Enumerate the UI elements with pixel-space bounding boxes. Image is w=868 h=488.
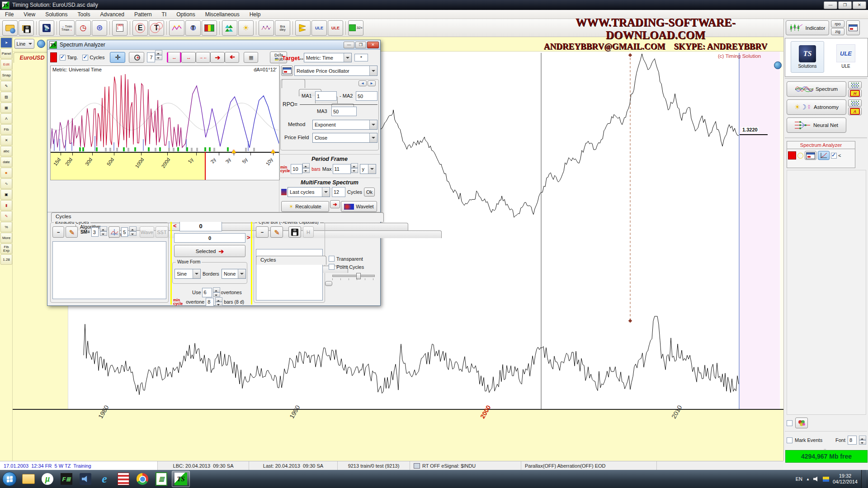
wave-button[interactable]: Wave [140, 226, 154, 238]
dialog-maximize-button[interactable]: ❐ [355, 42, 366, 48]
font-size-spinner[interactable] [859, 436, 866, 445]
time-globe-icon[interactable]: ⊕T [185, 20, 201, 36]
ma1-input[interactable]: 1 [315, 91, 337, 101]
crosshair-button[interactable]: ✛ [110, 52, 125, 63]
indicator-editor-button[interactable] [846, 20, 860, 35]
maximize-button[interactable]: ❐ [838, 1, 852, 9]
left-tool-13[interactable]: ∿ [0, 178, 12, 189]
indicator-combo[interactable]: Relative Price Oscillator [294, 66, 377, 76]
dialog-close-button[interactable]: ✕ [367, 42, 379, 48]
font-size-input[interactable]: 8 [848, 436, 857, 445]
overtones-input[interactable]: 6 [202, 288, 212, 297]
ok-button[interactable]: Ok [364, 188, 375, 197]
price-field-combo[interactable]: Close [312, 133, 377, 143]
min-cycle-input[interactable]: 10 [291, 164, 302, 174]
cycle-slider-track[interactable] [332, 275, 375, 277]
shrink-button[interactable]: →← [196, 52, 210, 63]
left-tool-14[interactable]: ▣ [0, 189, 12, 200]
unit-combo[interactable]: y [360, 164, 376, 174]
tray-network-icon[interactable] [823, 477, 829, 482]
left-tool-2[interactable]: Edit [0, 59, 12, 70]
sm-spinner[interactable] [100, 226, 107, 236]
ule-blue-button[interactable]: ULE [311, 20, 327, 36]
target-color-swatch[interactable] [50, 52, 57, 62]
left-tool-17[interactable]: % [0, 222, 12, 232]
metric-combo[interactable]: Metric: Time [304, 53, 352, 62]
left-tool-8[interactable]: Fib [0, 124, 12, 135]
menu-options[interactable]: Options [171, 11, 200, 18]
panel-chart-button[interactable] [818, 151, 830, 160]
tmin-tmax-button[interactable]: ←TminTmax→ [59, 20, 75, 36]
ma3-input[interactable]: 50 [331, 107, 357, 116]
language-indicator[interactable]: EN [796, 476, 802, 482]
indicator-window-button[interactable] [281, 66, 293, 76]
overtone-input[interactable]: 8 [206, 298, 214, 306]
cyclebox-h-button[interactable]: H [303, 226, 314, 238]
apply-arrow-button[interactable]: ➔ [330, 200, 340, 208]
tray-clock[interactable]: 19:3204/12/2014 [833, 473, 858, 485]
left-tool-18[interactable]: More [0, 233, 12, 243]
wave-points-icon[interactable] [259, 20, 274, 36]
zoom-level-input[interactable]: 7 [147, 52, 155, 62]
menu-pattern[interactable]: Pattern [129, 11, 157, 18]
erase-cycles-button[interactable]: ✎ [66, 226, 77, 238]
zigzag-icon[interactable] [169, 20, 184, 36]
notepad-app-icon[interactable]: ≣ [153, 471, 170, 487]
settings-grid-button[interactable]: ▦ [244, 52, 258, 63]
start-button[interactable] [1, 471, 18, 487]
ule-red-button[interactable]: ULE [328, 20, 343, 36]
flags-icon[interactable] [295, 20, 311, 36]
explorer-icon[interactable] [20, 471, 37, 487]
left-tool-16[interactable]: ✎ [0, 211, 12, 221]
panel-checkbox[interactable] [831, 153, 837, 159]
slider-toggle-pill[interactable] [325, 281, 332, 286]
indicator-button[interactable]: Indicator [786, 20, 829, 35]
floppy-app-icon[interactable] [115, 471, 132, 487]
timing-solution-task[interactable]: TS [172, 471, 190, 487]
rpo-tab-1[interactable] [282, 79, 305, 88]
left-tool-0[interactable]: ➤ [0, 38, 12, 48]
menu-ti[interactable]: TI [157, 11, 172, 18]
point-cycles-checkbox[interactable] [329, 264, 335, 270]
spectrum-chart[interactable]: Metric: Universal Time dA=01°12' 15d20d3… [50, 66, 280, 180]
mountains-icon[interactable] [222, 20, 237, 36]
extracted-cycles-list[interactable] [52, 241, 166, 299]
cyclebox-save-button[interactable] [288, 226, 301, 238]
cycles-count-input[interactable]: 12 [332, 187, 345, 197]
x32-indicator[interactable]: 32× [348, 20, 363, 36]
dialog-minimize-button[interactable]: — [344, 42, 354, 48]
menu-help[interactable]: Help [245, 11, 266, 18]
transparent-checkbox[interactable] [329, 256, 335, 262]
sst-button[interactable]: SST [156, 226, 168, 238]
solutions-button[interactable]: TS Solutions [791, 41, 824, 73]
zoom-spinner[interactable] [155, 50, 162, 60]
fl-app-icon[interactable]: F≣ [58, 471, 75, 487]
zoom-in-button[interactable]: + [129, 52, 144, 63]
left-tool-20[interactable]: 1.28 [0, 254, 12, 265]
close-button[interactable]: ✕ [853, 1, 866, 9]
recalculate-button[interactable]: ☀Recalculate [281, 201, 329, 212]
max-input[interactable]: 11 [333, 164, 351, 174]
overtones-spinner[interactable] [213, 287, 220, 297]
borders-combo[interactable]: None [222, 269, 246, 279]
cycle-value-box[interactable]: 0 [179, 221, 222, 231]
menu-tools[interactable]: Tools [73, 11, 95, 18]
overtone-spinner[interactable] [215, 297, 222, 306]
left-tool-15[interactable]: ▮ [0, 200, 12, 211]
events-checkbox[interactable] [787, 420, 793, 426]
shift-left-button[interactable]: ➔ [225, 52, 239, 63]
astronomy-a-button[interactable]: A [848, 108, 862, 115]
cyclebox-erase-button[interactable]: ✎ [270, 226, 283, 238]
left-tool-1[interactable]: Panel [0, 48, 12, 59]
selected-button[interactable]: Selected➔ [174, 245, 245, 257]
left-tool-12[interactable]: ■ [0, 168, 12, 178]
remove-cycle-button[interactable]: − [52, 226, 64, 238]
mark-events-checkbox[interactable] [787, 437, 793, 443]
left-tool-7[interactable]: Λ [0, 113, 12, 124]
zig-button[interactable]: zig [831, 28, 844, 35]
minimize-button[interactable]: — [824, 1, 837, 9]
spectrum-button[interactable]: Spectrum [787, 81, 846, 97]
left-tool-19[interactable]: Fib Exp [0, 244, 12, 254]
targ-checkbox[interactable] [60, 55, 66, 61]
transit-button[interactable]: T [149, 20, 164, 36]
